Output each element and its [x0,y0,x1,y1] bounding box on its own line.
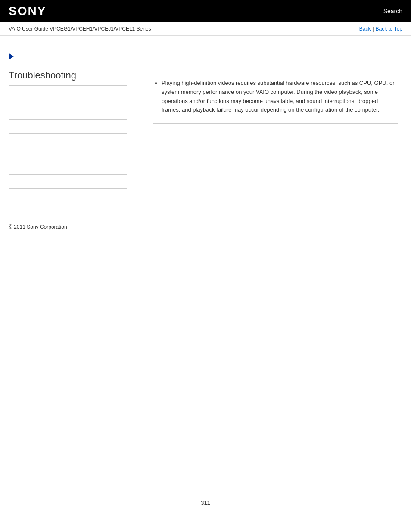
sidebar-links [9,92,127,202]
content-divider [153,123,398,124]
search-button[interactable]: Search [383,8,402,15]
back-to-top-link[interactable]: Back to Top [376,26,402,32]
list-item[interactable] [9,134,127,147]
nav-links: Back | Back to Top [359,26,402,32]
back-link[interactable]: Back [359,26,371,32]
page-header: SONY Search [0,0,411,22]
list-item[interactable] [9,120,127,134]
content-section: Playing high-definition videos requires … [153,44,398,124]
bullet-item-1: Playing high-definition videos requires … [162,79,398,115]
list-item[interactable] [9,161,127,175]
nav-separator: | [372,26,374,32]
main-container: Troubleshooting Playing high-definition … [0,36,411,211]
breadcrumb-bar: VAIO User Guide VPCEG1/VPCEH1/VPCEJ1/VPC… [0,22,411,36]
sidebar-title: Troubleshooting [9,70,127,86]
list-item[interactable] [9,175,127,189]
page-number: 311 [192,491,219,515]
content-area: Playing high-definition videos requires … [136,36,411,211]
sidebar: Troubleshooting [0,36,136,211]
list-item[interactable] [9,147,127,161]
chevron-right-icon [9,53,14,60]
content-bullet-list: Playing high-definition videos requires … [162,79,398,115]
breadcrumb: VAIO User Guide VPCEG1/VPCEH1/VPCEJ1/VPC… [9,26,151,32]
list-item[interactable] [9,92,127,106]
sony-logo: SONY [9,4,46,18]
copyright: © 2011 Sony Corporation [0,224,411,230]
list-item[interactable] [9,106,127,120]
list-item[interactable] [9,189,127,202]
